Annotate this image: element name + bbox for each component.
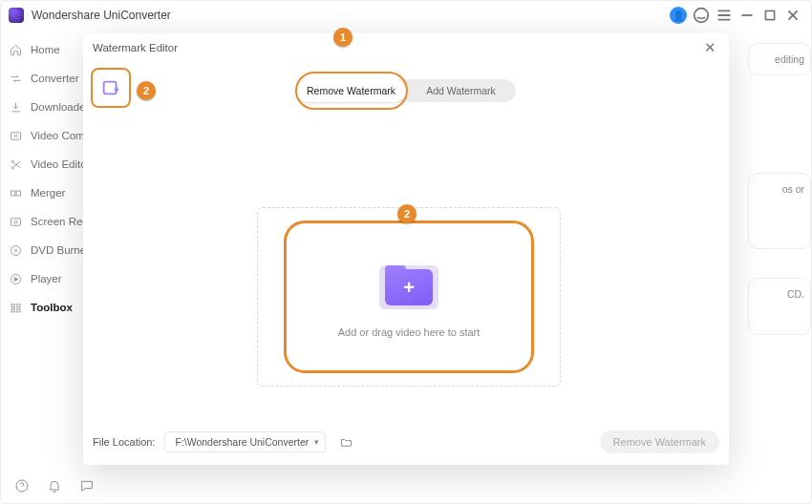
sidebar-item-home[interactable]: Home — [1, 35, 85, 64]
support-icon[interactable] — [691, 5, 712, 26]
menu-icon[interactable] — [714, 5, 735, 26]
account-avatar[interactable]: 👤 — [668, 5, 689, 26]
converter-icon — [9, 72, 23, 86]
sidebar-item-toolbox[interactable]: Toolbox — [1, 293, 85, 322]
svg-rect-17 — [104, 82, 117, 94]
help-icon[interactable] — [12, 476, 32, 495]
sidebar-item-label: Video Compressor — [31, 130, 85, 141]
annotation-badge-2: 2 — [137, 81, 156, 100]
bg-card: editing — [748, 43, 811, 75]
toolbox-icon — [9, 301, 23, 315]
app-logo — [9, 8, 24, 23]
sidebar-item-label: Toolbox — [31, 302, 73, 313]
sidebar: Home Converter Downloader Video Compress… — [1, 30, 85, 503]
sidebar-item-label: Home — [31, 44, 60, 55]
add-file-button[interactable] — [91, 68, 131, 108]
merger-icon — [9, 186, 23, 200]
svg-rect-1 — [765, 10, 774, 19]
compressor-icon — [9, 129, 23, 143]
svg-point-4 — [11, 166, 14, 169]
sidebar-item-label: Screen Recorder — [31, 216, 85, 227]
dialog-close-button[interactable]: ✕ — [700, 39, 719, 56]
disc-icon — [9, 243, 23, 258]
svg-rect-13 — [17, 304, 20, 306]
remove-watermark-button[interactable]: Remove Watermark — [600, 430, 719, 453]
recorder-icon — [9, 215, 23, 229]
svg-point-9 — [11, 245, 21, 255]
minimize-button[interactable] — [737, 5, 758, 26]
download-icon — [9, 100, 23, 115]
tab-add-watermark[interactable]: Add Watermark — [406, 79, 516, 102]
titlebar: Wondershare UniConverter 👤 — [1, 1, 811, 30]
svg-rect-14 — [11, 308, 14, 311]
maximize-button[interactable] — [759, 5, 780, 26]
svg-point-8 — [14, 220, 17, 222]
sidebar-item-downloader[interactable]: Downloader — [1, 93, 85, 121]
sidebar-item-label: Merger — [31, 187, 65, 199]
dialog-title: Watermark Editor — [93, 42, 178, 53]
app-title: Wondershare UniConverter — [32, 9, 171, 22]
svg-rect-5 — [11, 191, 15, 196]
annotation-badge-2b: 2 — [397, 204, 417, 223]
svg-point-3 — [11, 160, 14, 163]
statusbar — [1, 469, 811, 503]
sidebar-item-merger[interactable]: Merger — [1, 178, 85, 207]
sidebar-item-player[interactable]: Player — [1, 264, 85, 293]
dialog-footer: File Location: F:\Wondershare UniConvert… — [93, 429, 719, 455]
home-icon — [9, 43, 23, 57]
svg-point-10 — [14, 249, 17, 252]
watermark-editor-dialog: Watermark Editor ✕ 2 Remove Watermark Ad… — [83, 33, 729, 465]
sidebar-item-label: DVD Burner — [31, 244, 85, 256]
svg-rect-15 — [17, 308, 20, 311]
play-icon — [9, 272, 23, 286]
dialog-header: Watermark Editor ✕ — [83, 33, 729, 62]
scissors-icon — [9, 158, 23, 172]
file-location-select[interactable]: F:\Wondershare UniConverter ▾ — [164, 431, 326, 452]
notification-icon[interactable] — [45, 476, 64, 495]
annotation-badge-1: 1 — [333, 28, 353, 47]
sidebar-item-label: Downloader — [31, 101, 85, 113]
bg-card: CD. — [748, 278, 811, 335]
open-folder-button[interactable] — [335, 431, 356, 452]
sidebar-item-dvd[interactable]: DVD Burner — [1, 236, 85, 264]
chevron-down-icon: ▾ — [314, 437, 319, 447]
watermark-mode-tabs: Remove Watermark Add Watermark — [296, 79, 516, 102]
sidebar-item-label: Video Editor — [31, 158, 85, 170]
bg-card: os or — [748, 173, 811, 249]
folder-add-icon: + — [375, 256, 442, 309]
sidebar-item-compressor[interactable]: Video Compressor — [1, 121, 85, 150]
app-window: Wondershare UniConverter 👤 Home C — [0, 0, 812, 504]
dropzone-text: Add or drag video here to start — [338, 326, 481, 338]
close-button[interactable] — [782, 5, 803, 26]
svg-rect-12 — [11, 304, 14, 306]
svg-point-0 — [694, 9, 709, 23]
sidebar-item-editor[interactable]: Video Editor — [1, 150, 85, 178]
file-location-label: File Location: — [93, 436, 155, 448]
sidebar-item-label: Player — [31, 273, 62, 284]
video-dropzone[interactable]: + Add or drag video here to start — [257, 207, 561, 387]
svg-rect-6 — [16, 191, 20, 196]
tab-remove-watermark[interactable]: Remove Watermark — [296, 79, 406, 102]
sidebar-item-converter[interactable]: Converter — [1, 64, 85, 93]
svg-rect-7 — [11, 218, 21, 225]
sidebar-item-label: Converter — [31, 73, 79, 84]
feedback-icon[interactable] — [77, 476, 96, 495]
file-location-path: F:\Wondershare UniConverter — [175, 436, 309, 448]
sidebar-item-recorder[interactable]: Screen Recorder — [1, 207, 85, 236]
